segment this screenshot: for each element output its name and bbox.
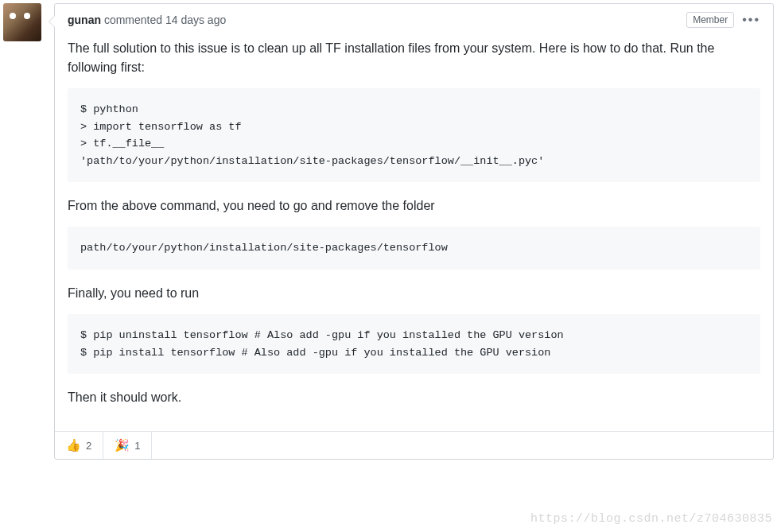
role-badge: Member xyxy=(686,12,734,28)
comment-box: gunan commented 14 days ago Member ••• T… xyxy=(54,3,774,460)
hooray-icon: 🎉 xyxy=(115,438,130,452)
action-text: commented xyxy=(101,14,165,26)
code-block-2: path/to/your/python/installation/site-pa… xyxy=(68,227,760,270)
reaction-bar: 👍 2 🎉 1 xyxy=(55,431,773,459)
author-link[interactable]: gunan xyxy=(68,14,101,26)
header-right: Member ••• xyxy=(686,12,760,28)
reaction-hooray[interactable]: 🎉 1 xyxy=(103,432,152,459)
comment-header: gunan commented 14 days ago Member ••• xyxy=(55,4,773,36)
timestamp-link[interactable]: 14 days ago xyxy=(165,14,226,26)
author-line: gunan commented 14 days ago xyxy=(68,14,226,26)
avatar[interactable] xyxy=(3,3,41,41)
thumbs-up-icon: 👍 xyxy=(66,438,81,452)
watermark: https://blog.csdn.net/z704630835 xyxy=(530,512,772,526)
paragraph-1: The full solution to this issue is to cl… xyxy=(68,39,760,77)
comment-body: The full solution to this issue is to cl… xyxy=(55,36,773,431)
paragraph-2: From the above command, you need to go a… xyxy=(68,196,760,216)
comment-container: gunan commented 14 days ago Member ••• T… xyxy=(0,0,777,460)
more-actions-icon[interactable]: ••• xyxy=(742,13,760,27)
reaction-count: 2 xyxy=(86,440,91,452)
paragraph-3: Finally, you need to run xyxy=(68,284,760,303)
reaction-thumbs-up[interactable]: 👍 2 xyxy=(55,432,103,459)
code-block-3: $ pip uninstall tensorflow # Also add -g… xyxy=(68,314,760,374)
reaction-count: 1 xyxy=(134,440,140,452)
paragraph-4: Then it should work. xyxy=(68,388,760,407)
code-block-1: $ pyhthon > import tensorflow as tf > tf… xyxy=(68,88,760,182)
